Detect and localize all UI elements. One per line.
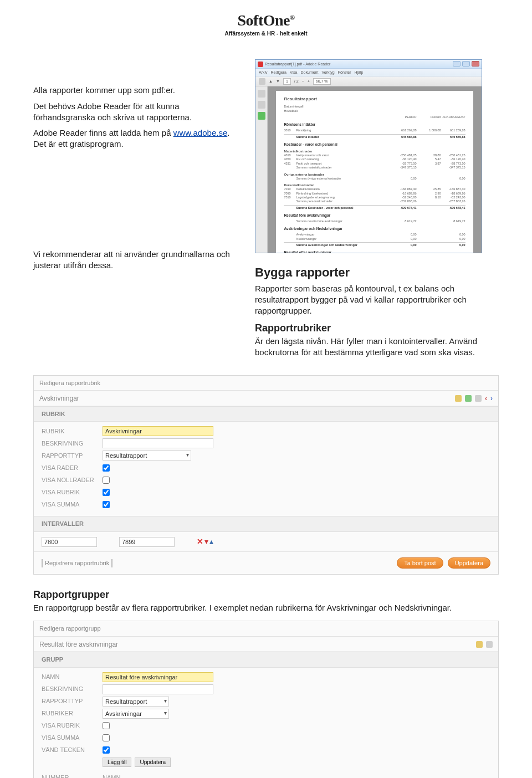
print-icon[interactable] [486,641,493,648]
lbl-vand-tecken: VÄND TECKEN [42,746,103,754]
btn-lagg-till[interactable]: Lägg till [103,757,131,767]
prev-icon[interactable]: ‹ [485,394,487,403]
adobe-menubar: Arkiv Redigera Visa Dokument Verktyg Fön… [255,69,482,76]
btn-delete-rubrik[interactable]: Ta bort post [397,557,443,569]
delete-interval-icon[interactable]: ✕ [197,536,203,547]
intro-p4: Vi rekommenderar att ni använder grundma… [33,249,238,272]
register-rubrik-link[interactable]: Registrera rapportrubrik [42,559,112,567]
lbl-namn2: NAMN [103,774,169,778]
rapportgrupper-p: En rapportgrupp består av flera rapportr… [33,602,499,613]
window-buttons [452,61,479,68]
adobe-window-title: Resultatrapport[1].pdf - Adobe Reader [265,62,330,66]
interval-controls: ✕ ▾ ▴ [197,536,213,547]
intro-p1: Alla rapporter kommer upp som pdf:er. [33,85,238,96]
lbl-rubrik: RUBRIK [42,427,103,436]
zoom-out-icon[interactable]: − [302,79,304,84]
lbl-grupp-beskrivning: BESKRIVNING [42,685,103,693]
menu-hjalp[interactable]: Hjälp [354,70,363,75]
help-icon[interactable] [455,395,462,402]
heading-rubriker: Rapportrubriker [255,321,499,335]
input-grupp-beskrivning[interactable] [103,684,213,694]
adobe-link[interactable]: www.adobe.se [173,128,228,137]
zoom-value[interactable]: 66,7 % [313,78,331,84]
adobe-titlebar: Resultatrapport[1].pdf - Adobe Reader [255,60,482,69]
lbl-namn: NAMN [42,673,103,681]
rubrik-section-header: RUBRIK [34,406,498,422]
interval-from[interactable] [42,537,97,547]
lbl-visa-nollrader: VISA NOLLRADER [42,476,103,484]
chk-visa-rader[interactable] [103,464,110,472]
report-title: Resultatrapport [284,96,465,103]
heading-bygga: Bygga rapporter [255,264,499,281]
page-down-icon[interactable]: ▼ [276,79,280,84]
chk-visa-summa[interactable] [103,501,110,508]
move-down-icon[interactable]: ▾ [204,536,208,547]
rubriker-p: Är den lägsta nivån. Här fyller man i ko… [255,336,499,359]
menu-fonster[interactable]: Fönster [338,70,351,75]
print-icon[interactable] [475,395,482,402]
grupp-panel-title: Redigera rapportgrupp [34,621,498,637]
minimize-icon[interactable] [453,61,461,66]
interval-to[interactable] [119,537,175,547]
select-rapporttyp[interactable] [103,451,191,460]
grupp-panel: Redigera rapportgrupp Resultat före avsk… [33,621,499,778]
grupp-panel-subtitle: Resultat före avskrivningar [39,640,118,649]
input-rubrik[interactable] [103,426,213,436]
rubrik-panel-subtitle: Avskrivningar [39,394,79,403]
heading-rapportgrupper: Rapportgrupper [33,588,499,601]
btn-update-rubrik[interactable]: Uppdatera [448,557,490,569]
lbl-grupp-rapporttyp: RAPPORTTYP [42,697,103,705]
bygga-p: Rapporter som baseras på kontourval, t e… [255,283,499,317]
left-column: Alla rapporter kommer upp som pdf:er. De… [33,59,238,362]
thumbnails-icon[interactable] [258,90,265,98]
intro-p2: Det behövs Adobe Reader för att kunna fö… [33,101,238,124]
logo-tagline: Affärssystem & HR - helt enkelt [0,30,532,38]
adobe-toolbar: ▲ ▼ 1 / 2 − + 66,7 % [255,76,482,86]
chk-visa-nollrader[interactable] [103,477,110,484]
lbl-rapporttyp: RAPPORTTYP [42,452,103,460]
print-icon[interactable] [259,78,265,85]
lbl-grupp-rubriker: RUBRIKER [42,709,103,718]
select-grupp-rapporttyp[interactable] [103,697,169,707]
lbl-grupp-visa-summa: VISA SUMMA [42,734,103,742]
close-icon[interactable] [472,61,479,66]
chk-vand-tecken[interactable] [103,746,110,754]
chk-grupp-visa-rubrik[interactable] [103,722,110,729]
menu-visa[interactable]: Visa [290,70,298,75]
menu-verktyg[interactable]: Verktyg [321,70,334,75]
rubrik-panel: Redigera rapportrubrik Avskrivningar ‹ ›… [33,375,499,575]
menu-redigera[interactable]: Redigera [271,70,287,75]
page-current[interactable]: 1 [283,78,291,84]
btn-uppdatera-row[interactable]: Uppdatera [135,757,171,767]
grupp-toolbar [476,641,493,648]
move-up-icon[interactable]: ▴ [209,536,213,547]
chk-visa-rubrik[interactable] [103,489,110,496]
input-namn[interactable] [103,672,213,682]
menu-arkiv[interactable]: Arkiv [259,70,268,75]
share-icon[interactable] [258,112,265,120]
select-grupp-rubriker[interactable] [103,709,169,719]
next-icon[interactable]: › [490,394,493,403]
excel-icon[interactable] [465,395,472,402]
rubrik-panel-title: Redigera rapportrubrik [34,376,498,391]
page-header: SoftOne® Affärssystem & HR - helt enkelt [0,0,532,37]
rubrik-toolbar: ‹ › [455,394,493,403]
lbl-beskrivning: BESKRIVNING [42,439,103,448]
maximize-icon[interactable] [462,61,470,66]
input-beskrivning[interactable] [103,438,213,448]
logo-text: SoftOne [238,12,290,29]
help-icon[interactable] [476,641,483,648]
adobe-doc-area: Resultatrapport Datumintervall Huvudbok … [268,86,482,253]
grupp-section-header: GRUPP [34,652,498,668]
intervaller-header: INTERVALLER [34,516,498,532]
logo-reg: ® [290,14,294,22]
menu-dokument[interactable]: Dokument [300,70,318,75]
intro-p3: Adobe Reader finns att ladda hem på www.… [33,127,238,150]
lbl-visa-summa: VISA SUMMA [42,500,103,509]
page-up-icon[interactable]: ▲ [269,79,273,84]
lbl-grupp-visa-rubrik: VISA RUBRIK [42,721,103,730]
chk-grupp-visa-summa[interactable] [103,734,110,741]
zoom-in-icon[interactable]: + [308,79,310,84]
lbl-visa-rubrik: VISA RUBRIK [42,488,103,497]
bookmarks-icon[interactable] [258,101,265,109]
